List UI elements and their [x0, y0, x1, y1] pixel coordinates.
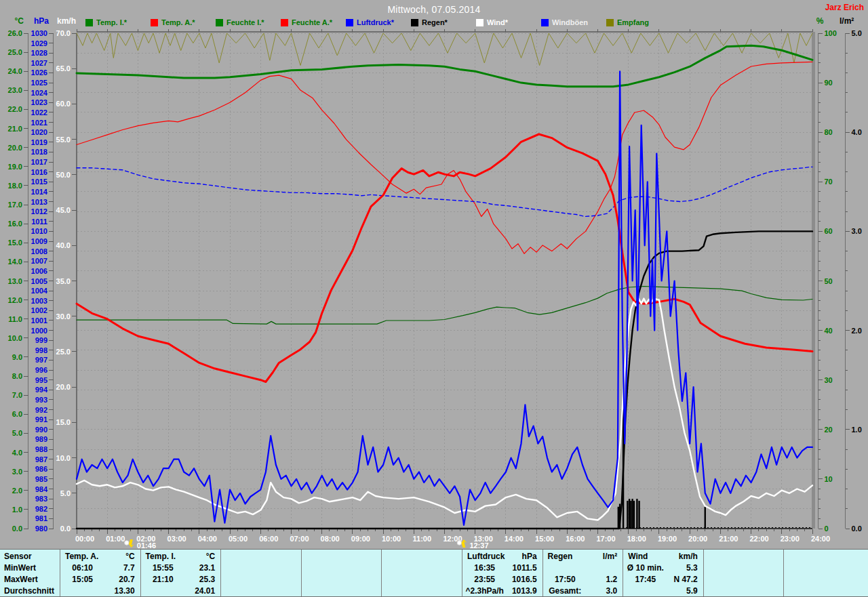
table-cell-value: N 47.2: [661, 575, 698, 584]
table-cell-time: ^2.3hPa/h: [465, 586, 505, 596]
axis-label-pressure: 1007: [31, 257, 47, 265]
axis-label-humidity: 0: [825, 524, 829, 533]
table-cell-time: 17:50: [545, 575, 585, 584]
axis-label-wind: 35.0: [56, 277, 71, 285]
rain-intensity-bar: [638, 501, 639, 529]
table-cell-value: 3.0: [580, 586, 617, 596]
axis-label-pressure: 1030: [31, 29, 47, 37]
axis-label-pressure: 983: [35, 495, 47, 503]
axis-label-temp: 21.0: [8, 125, 22, 133]
axis-label-temp: 12.0: [8, 296, 22, 304]
axis-label-pressure: 1001: [31, 316, 47, 325]
table-divider: [783, 550, 784, 596]
axis-label-humidity: 30: [825, 376, 833, 384]
axis-label-pressure: 1023: [31, 98, 47, 106]
axis-label-pressure: 1027: [31, 59, 47, 67]
axis-label-pressure: 991: [35, 415, 47, 424]
weather-chart: 0.01.02.03.04.05.06.07.08.09.010.011.012…: [0, 0, 868, 550]
axis-label-wind: 30.0: [56, 312, 71, 321]
axis-label-wind: 60.0: [56, 100, 71, 108]
axis-label-wind: 65.0: [56, 64, 71, 73]
axis-label-rain: 1.0: [852, 426, 862, 434]
table-cell-value: 1011.5: [500, 563, 537, 573]
axis-label-humidity: 70: [825, 178, 833, 186]
axis-label-pressure: 1015: [31, 178, 47, 186]
table-cell-value: 23.1: [178, 563, 215, 573]
axis-label-temp: 4.0: [12, 449, 22, 457]
axis-label-wind: 15.0: [56, 418, 71, 426]
axis-label-temp: 8.0: [12, 372, 22, 380]
axis-label-pressure: 1020: [31, 128, 47, 136]
axis-label-pressure: 985: [35, 475, 47, 483]
axis-label-pressure: 992: [35, 406, 47, 414]
table-cell-value: 7.7: [98, 563, 135, 573]
rain-intensity-bar: [631, 499, 633, 529]
axis-label-temp: 3.0: [12, 468, 22, 476]
sunrise-icon: [457, 541, 461, 545]
table-cell-time: Gesamt:: [545, 586, 585, 596]
axis-label-pressure: 1013: [31, 198, 47, 206]
axis-label-humidity: 50: [825, 277, 833, 285]
x-axis-label: 03:00: [167, 535, 186, 543]
axis-label-wind: 0.0: [60, 524, 71, 533]
table-divider: [301, 550, 302, 596]
axis-label-temp: 15.0: [8, 239, 22, 247]
axis-label-pressure: 997: [35, 356, 47, 364]
axis-label-pressure: 998: [35, 346, 47, 354]
axis-label-pressure: 1000: [31, 327, 47, 335]
axis-label-wind: 5.0: [60, 489, 71, 497]
table-col-unit: km/h: [663, 552, 698, 561]
x-axis-label: 17:00: [596, 535, 615, 543]
axis-label-temp: 19.0: [8, 163, 22, 171]
table-row-label: MinWert: [4, 563, 58, 573]
axis-label-pressure: 999: [35, 336, 47, 344]
axis-label-pressure: 987: [35, 455, 47, 464]
table-divider: [140, 550, 141, 596]
table-row-label: MaxWert: [4, 575, 58, 584]
table-col-unit: °C: [100, 552, 135, 561]
x-axis-label: 08:00: [321, 535, 340, 543]
axis-label-pressure: 1024: [31, 89, 48, 97]
table-cell-time: 16:35: [465, 563, 505, 573]
x-axis-label: 19:00: [658, 535, 677, 543]
axis-label-wind: 10.0: [56, 454, 71, 462]
axis-label-temp: 5.0: [12, 429, 22, 437]
table-cell-value: 13.30: [98, 586, 135, 596]
axis-label-wind: 40.0: [56, 241, 71, 249]
x-axis-label: 01:00: [106, 535, 125, 543]
axis-label-temp: 23.0: [8, 86, 22, 94]
axis-label-pressure: 1012: [31, 207, 47, 215]
table-cell-time: 15:05: [62, 575, 102, 584]
table-cell-time: 15:55: [143, 563, 183, 573]
x-axis-label: 22:00: [750, 535, 769, 543]
axis-label-pressure: 1002: [31, 306, 47, 314]
axis-label-pressure: 1029: [31, 39, 47, 47]
sun-marker-arrow-icon: [461, 539, 467, 548]
table-divider: [542, 550, 543, 596]
axis-label-temp: 26.0: [8, 29, 22, 37]
table-divider: [462, 550, 462, 596]
axis-label-humidity: 80: [825, 128, 833, 136]
axis-label-rain: 3.0: [852, 227, 862, 235]
axis-label-pressure: 1028: [31, 49, 47, 57]
axis-label-wind: 45.0: [56, 206, 71, 214]
axis-label-pressure: 1005: [31, 277, 47, 285]
x-axis-label: 23:00: [781, 535, 800, 543]
sunset-icon: [125, 541, 129, 545]
rain-intensity-bar: [633, 501, 635, 529]
axis-label-temp: 25.0: [8, 48, 22, 56]
table-cell-time: Ø 10 min.: [625, 563, 665, 573]
axis-label-rain: 4.0: [852, 128, 862, 136]
axis-label-pressure: 1003: [31, 297, 47, 305]
x-axis-label: 05:00: [229, 535, 248, 543]
table-col-unit: l/m²: [582, 552, 617, 561]
table-divider: [220, 550, 221, 596]
axis-label-temp: 2.0: [12, 487, 22, 495]
axis-label-pressure: 994: [35, 386, 48, 394]
axis-label-temp: 11.0: [8, 315, 22, 323]
x-axis-label: 07:00: [290, 535, 309, 543]
axis-label-pressure: 995: [35, 376, 47, 384]
axis-label-wind: 25.0: [56, 348, 71, 356]
axis-label-pressure: 988: [35, 445, 47, 453]
table-cell-value: 1013.9: [500, 586, 537, 596]
